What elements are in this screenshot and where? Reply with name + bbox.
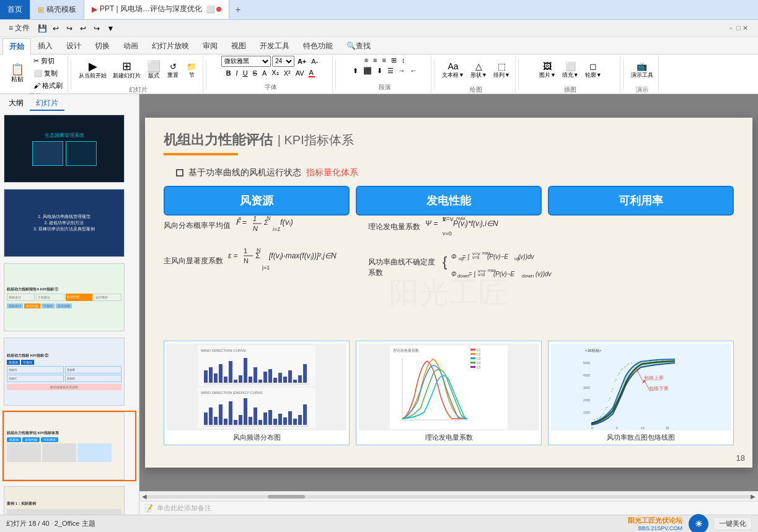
svg-rect-77: [253, 408, 257, 425]
present-icon: 📺: [637, 61, 647, 71]
notes-placeholder[interactable]: 单击此处添加备注: [157, 504, 211, 513]
align-center-btn[interactable]: ≡: [371, 56, 379, 65]
col-btn-power[interactable]: 发电性能: [356, 186, 542, 216]
svg-rect-54: [258, 380, 262, 383]
svg-text:1: 1: [244, 247, 247, 255]
start-slide-button[interactable]: ▶ 从当前开始: [76, 56, 109, 85]
scroll-thumb[interactable]: [268, 495, 305, 499]
char-spacing-btn[interactable]: AV: [294, 69, 306, 77]
arrange-button[interactable]: ⬚ 排列▼: [491, 56, 513, 85]
align-middle-btn[interactable]: ⬛: [361, 66, 374, 76]
svg-rect-83: [283, 417, 287, 425]
sep4: [434, 59, 434, 89]
tab-slideshow[interactable]: 幻灯片放映: [145, 38, 196, 54]
font-size-select[interactable]: 24: [272, 56, 294, 67]
svg-rect-55: [263, 372, 267, 383]
tab-review[interactable]: 审阅: [196, 38, 224, 54]
underline-btn[interactable]: U: [241, 69, 250, 77]
svg-rect-79: [263, 412, 267, 425]
beautify-btn[interactable]: 一键美化: [713, 517, 752, 530]
slide-thumb-16[interactable]: 16 机组动力指标报告A KPI指标 ① 指标设计 工程验证 机组性能 运行维护…: [2, 262, 136, 333]
image-button[interactable]: 🖼 图片▼: [537, 56, 558, 85]
scroll-track[interactable]: [147, 495, 751, 499]
strikethrough-btn[interactable]: S: [251, 69, 259, 77]
tab-transition[interactable]: 切换: [88, 38, 117, 54]
superscript-btn[interactable]: X²: [282, 69, 293, 77]
svg-text:j=1: j=1: [262, 264, 270, 271]
subscript-btn[interactable]: X₂: [270, 68, 280, 77]
para-row1: ≡ ≡ ≡ ⊞ ↕: [363, 56, 407, 65]
bullet-btn[interactable]: ☰: [386, 66, 395, 76]
tab-template[interactable]: ⊞ 稿壳模板: [30, 0, 84, 19]
ribbon-group-font: 微软雅黑 24 A+ A- B I U S A X₂ X² AV A 字体: [209, 56, 333, 93]
col-btn-util[interactable]: 可利用率: [548, 186, 734, 216]
align-left-btn[interactable]: ≡: [363, 56, 370, 65]
slide-thumb-18[interactable]: 18 机组出力性能评估 KPI指标体系 风资源 发电性能 可利用率: [2, 411, 136, 481]
copy-button[interactable]: ⬜ 复制: [31, 68, 65, 79]
slide-thumb-17[interactable]: 17 机组动力指标 KPI指标 ② 风资源 可靠性 指标A 指标B 指标C 指标…: [2, 336, 136, 407]
bold-btn[interactable]: B: [224, 69, 233, 77]
new-slide-button[interactable]: ⊞ 新建幻灯片: [110, 56, 143, 85]
panel-tab-outline[interactable]: 大纲: [2, 97, 30, 111]
slide-thumb-15[interactable]: 15 1. 风电场功率曲线管理规范 2. 超低功率识别方法 3. 双峰功率识别方…: [2, 188, 136, 258]
ribbon-group-clipboard: 📋 粘贴 ✂ 剪切 ⬜ 复制 🖌 格式刷 粘贴: [2, 56, 68, 93]
save-btn[interactable]: 💾: [36, 22, 48, 35]
col-btn-wind[interactable]: 风资源: [164, 186, 350, 216]
slide-title: 机组出力性能评估 | KPI指标体系: [164, 129, 734, 149]
section-button[interactable]: 📁 节: [183, 56, 200, 85]
cut-button[interactable]: ✂ 剪切: [31, 56, 65, 67]
tab-search[interactable]: 🔍查找: [340, 38, 377, 54]
redo-btn[interactable]: ↪: [63, 22, 76, 35]
tab-ppt[interactable]: ▶ PPT | 风电场…评估与深度优化 ⬜: [84, 0, 229, 19]
tab-insert[interactable]: 插入: [31, 38, 59, 54]
reset-button[interactable]: ↺ 重置: [164, 56, 182, 85]
format-brush-button[interactable]: 🖌 格式刷: [31, 81, 65, 92]
paste-button[interactable]: 📋 粘贴: [5, 59, 30, 89]
redo2-btn[interactable]: ↪: [90, 22, 103, 35]
fill-button[interactable]: ⬜ 填充▼: [560, 56, 581, 85]
ppt-tab-label: PPT | 风电场…评估与深度优化: [100, 4, 202, 14]
svg-text:4000: 4000: [583, 373, 590, 377]
font-family-select[interactable]: 微软雅黑: [221, 56, 271, 67]
slide-thumb-14[interactable]: 14 生态园圃管理系统: [2, 113, 136, 184]
layout-button[interactable]: ⬜ 版式: [144, 56, 163, 85]
svg-text:N: N: [267, 215, 271, 221]
tab-developer[interactable]: 开发工具: [253, 38, 296, 54]
outdent-btn[interactable]: ←: [408, 66, 419, 76]
svg-text:v=0: v=0: [472, 255, 480, 259]
decrease-font-btn[interactable]: A-: [309, 57, 320, 66]
tab-home[interactable]: 首页: [0, 0, 30, 19]
add-tab-button[interactable]: +: [229, 4, 247, 15]
undo2-btn[interactable]: ↩: [77, 22, 89, 35]
align-right-btn[interactable]: ≡: [381, 56, 388, 65]
increase-font-btn[interactable]: A+: [296, 57, 308, 66]
text-box-button[interactable]: Aa 文本框▼: [439, 56, 467, 85]
arrange-icon: ⬚: [498, 61, 506, 71]
svg-rect-49: [234, 380, 237, 383]
scroll-left-btn[interactable]: ◀: [142, 493, 147, 500]
tab-animation[interactable]: 动画: [117, 38, 145, 54]
tab-start[interactable]: 开始: [2, 38, 31, 55]
font-color-btn[interactable]: A: [307, 68, 317, 78]
tab-design[interactable]: 设计: [59, 38, 88, 54]
align-bottom-btn[interactable]: ⬇: [375, 66, 384, 76]
tab-view[interactable]: 视图: [224, 38, 253, 54]
shape-button[interactable]: △ 形状▼: [468, 56, 490, 85]
tab-special[interactable]: 特色功能: [296, 38, 340, 54]
menu-file[interactable]: ≡ 文件: [5, 22, 33, 35]
scroll-right-btn[interactable]: ▶: [751, 493, 756, 500]
italic-btn[interactable]: I: [234, 69, 240, 77]
align-top-btn[interactable]: ⬆: [351, 66, 360, 76]
dropdown-btn[interactable]: ▼: [104, 22, 117, 35]
logo-circle: ☀: [689, 514, 708, 533]
line-spacing-btn[interactable]: ↕: [400, 56, 407, 65]
slide-canvas[interactable]: 阳光工匠 机组出力性能评估 | KPI指标体系 基于功率曲线的风机运行状态 指标…: [145, 118, 752, 468]
indent-btn[interactable]: →: [397, 66, 407, 76]
panel-tab-slides[interactable]: 幻灯片: [30, 97, 64, 111]
present-button[interactable]: 📺 演示工具: [628, 56, 656, 85]
outline-button[interactable]: ◻ 轮廓▼: [583, 56, 604, 85]
undo-btn[interactable]: ↩: [50, 22, 62, 35]
col-btn[interactable]: ⊞: [389, 56, 399, 65]
shadow-btn[interactable]: A: [260, 69, 268, 77]
slide-thumb-19[interactable]: 19 案例 1：实际案例: [2, 485, 136, 515]
